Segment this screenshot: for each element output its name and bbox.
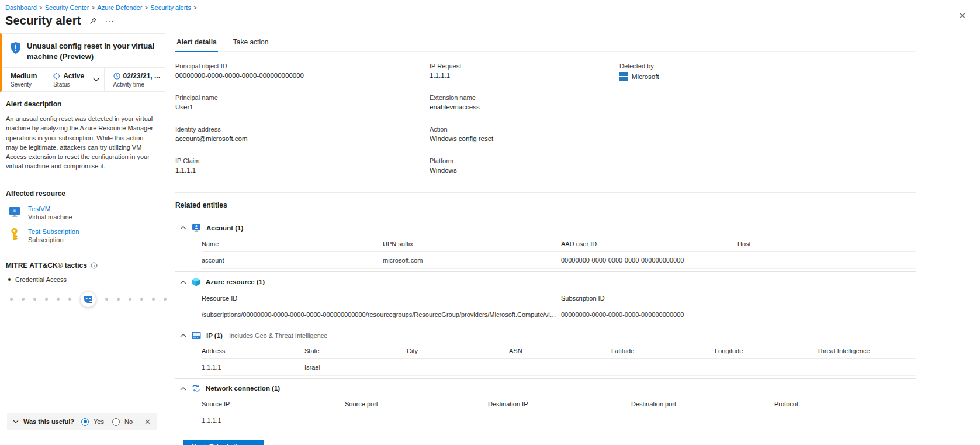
alert-details-panel: Alert details Take action Principal obje… <box>165 33 980 445</box>
feedback-yes-radio[interactable] <box>81 418 89 426</box>
entity-section-title: Azure resource (1) <box>206 278 265 285</box>
chevron-up-icon[interactable] <box>180 226 186 230</box>
close-icon[interactable]: ✕ <box>958 11 966 21</box>
field-action: Action Windows config reset <box>430 126 619 157</box>
ip-icon <box>192 332 201 339</box>
chevron-down-icon[interactable] <box>93 78 99 82</box>
field-ip-request: IP Request 1.1.1.1 <box>430 63 619 94</box>
entity-section-title: IP (1) <box>206 332 223 339</box>
bullet-icon <box>8 278 11 281</box>
security-alert-page: Dashboard>Security Center>Azure Defender… <box>0 0 980 445</box>
entity-section-title: Network connection (1) <box>206 385 280 392</box>
breadcrumb-separator: > <box>144 5 148 11</box>
feedback-close-icon[interactable]: ✕ <box>144 418 151 426</box>
chevron-up-icon[interactable] <box>180 333 186 337</box>
breadcrumb-security-alerts[interactable]: Security alerts <box>150 4 191 11</box>
chevron-up-icon[interactable] <box>180 387 186 391</box>
status-label: Status <box>53 81 84 88</box>
alert-header-card: Unusual config reset in your virtual mac… <box>0 33 165 92</box>
breadcrumb-azure-defender[interactable]: Azure Defender <box>97 4 142 11</box>
status-cell[interactable]: Active Status <box>44 68 103 91</box>
tab-alert-details[interactable]: Alert details <box>175 35 218 52</box>
tactic-label: Credential Access <box>15 276 67 283</box>
field-platform: Platform Windows <box>430 157 619 189</box>
field-detected-by: Detected by Microsoft <box>619 63 916 94</box>
chevron-down-icon[interactable] <box>13 420 19 423</box>
feedback-question: Was this useful? <box>23 418 74 425</box>
table-header-row: Resource ID Subscription ID <box>202 292 916 306</box>
virtual-machine-icon <box>8 205 21 218</box>
alert-description-heading: Alert description <box>6 100 155 108</box>
affected-resource-vm[interactable]: TestVM Virtual machine <box>6 205 155 220</box>
activity-time-cell: 02/23/21, ... Activity time <box>104 68 165 91</box>
credential-access-tactic-icon[interactable] <box>80 291 96 308</box>
activity-time-value: 02/23/21, ... <box>123 72 160 80</box>
divider <box>175 192 916 193</box>
severity-value: Medium <box>11 72 39 80</box>
attack-tactics-timeline <box>6 291 155 308</box>
pin-icon[interactable] <box>89 17 97 25</box>
entity-section-note: Includes Geo & Threat Intelligence <box>229 332 328 339</box>
alert-description-text: An unusual config reset was detected in … <box>6 114 155 171</box>
breadcrumb-security-center[interactable]: Security Center <box>45 4 89 11</box>
microsoft-logo-icon <box>619 72 628 81</box>
more-options-icon[interactable]: ··· <box>105 16 115 25</box>
content-area: Unusual config reset in your virtual mac… <box>0 33 980 445</box>
field-extension-name: Extension name enablevmaccess <box>430 94 619 126</box>
resource-name-link[interactable]: TestVM <box>28 205 72 212</box>
activity-time-label: Activity time <box>113 81 160 88</box>
entity-section-azure-resource: Azure resource (1) Resource ID Subscript… <box>175 271 916 326</box>
azure-resource-icon <box>192 277 200 287</box>
alert-title: Unusual config reset in your virtual mac… <box>27 41 157 61</box>
alert-shield-icon <box>11 42 21 61</box>
breadcrumb-separator: > <box>39 5 43 11</box>
affected-resource-subscription[interactable]: Test Subscription Subscription <box>6 228 155 243</box>
severity-label: Severity <box>11 81 39 88</box>
tab-bar: Alert details Take action <box>175 35 916 52</box>
table-row[interactable]: account microsoft.com 00000000-0000-0000… <box>202 252 916 269</box>
chevron-up-icon[interactable] <box>180 280 186 284</box>
breadcrumb-dashboard[interactable]: Dashboard <box>5 4 37 11</box>
next-take-action-button[interactable]: Next: Take Action >> <box>183 440 264 445</box>
breadcrumb: Dashboard>Security Center>Azure Defender… <box>5 4 971 11</box>
severity-cell: Medium Severity <box>2 68 44 91</box>
alert-status-row: Medium Severity <box>2 67 165 91</box>
table-row[interactable]: 1.1.1.1 Israel <box>202 359 916 376</box>
breadcrumb-separator: > <box>91 5 95 11</box>
alert-summary-panel: Unusual config reset in your virtual mac… <box>0 33 165 445</box>
related-entities-heading: Related entities <box>175 201 916 209</box>
field-identity-address: Identity address account@microsoft.com <box>175 126 430 157</box>
resource-type: Subscription <box>28 236 79 243</box>
active-status-icon <box>53 73 60 80</box>
feedback-no-label: No <box>124 418 133 425</box>
table-header-row: Name UPN suffix AAD user ID Host <box>202 238 916 252</box>
table-row[interactable]: 1.1.1.1 <box>202 412 916 429</box>
tab-take-action[interactable]: Take action <box>232 35 270 51</box>
page-title: Security alert <box>5 14 81 27</box>
entity-section-network-connection: Network connection (1) Source IP Source … <box>175 378 916 432</box>
feedback-yes-label: Yes <box>94 418 104 425</box>
field-principal-object-id: Principal object ID 00000000-0000-0000-0… <box>175 63 430 94</box>
mitre-tactics-heading: MITRE ATT&CK® tactics <box>6 261 87 270</box>
table-header-row: Source IP Source port Destination IP Des… <box>202 398 916 412</box>
affected-resource-heading: Affected resource <box>6 189 155 198</box>
status-value: Active <box>63 72 84 80</box>
field-ip-claim: IP Claim 1.1.1.1 <box>175 157 430 189</box>
network-connection-icon <box>192 384 200 392</box>
resource-name-link[interactable]: Test Subscription <box>28 228 79 235</box>
resource-type: Virtual machine <box>28 213 72 220</box>
alert-detail-fields: Principal object ID 00000000-0000-0000-0… <box>175 63 916 189</box>
clock-icon <box>113 73 120 80</box>
entity-section-account: Account (1) Name UPN suffix AAD user ID … <box>175 218 916 271</box>
field-principal-name: Principal name User1 <box>175 94 430 126</box>
tactic-item: Credential Access <box>6 276 155 283</box>
feedback-no-radio[interactable] <box>112 418 120 426</box>
table-row[interactable]: /subscriptions/00000000-0000-0000-0000-0… <box>202 306 916 323</box>
entity-section-title: Account (1) <box>206 225 243 232</box>
info-icon[interactable] <box>91 262 98 269</box>
breadcrumb-separator: > <box>193 5 197 11</box>
account-icon <box>192 223 201 232</box>
bottom-action-bar: Next: Take Action >> <box>175 432 916 445</box>
page-header: Dashboard>Security Center>Azure Defender… <box>0 0 980 27</box>
entity-section-ip: IP (1) Includes Geo & Threat Intelligenc… <box>175 326 916 378</box>
